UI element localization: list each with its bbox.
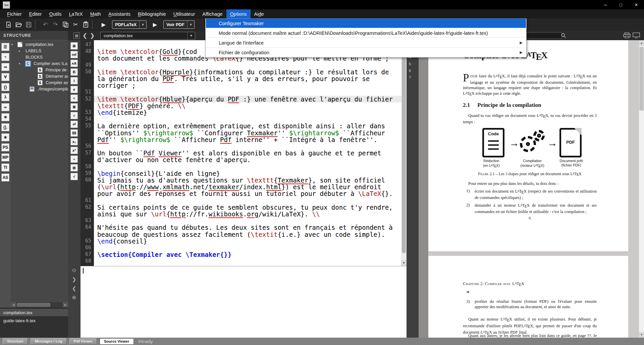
relations-icon[interactable]: ÷ [1,53,9,61]
menu-item-4[interactable]: Fichier de configuration▶ [206,48,526,57]
status-tab-structure[interactable]: Structure [3,338,28,345]
chevron-right-icon[interactable]: ❯ [70,276,78,283]
asymptote-icon[interactable]: AS [1,174,9,182]
menu-options[interactable]: Options [226,9,251,18]
menu-item-3[interactable]: Langue de l'interface▶ [206,38,526,48]
menu-bibliographie[interactable]: Bibliographie [134,9,170,18]
scroll-down-icon[interactable]: ▼ [639,332,644,338]
close-circle-icon[interactable]: ⊗ [70,294,78,301]
run-compile-button[interactable]: ▶ [99,20,109,29]
undo-button[interactable]: ↶ [40,20,50,29]
menu-assistants[interactable]: Assistants [105,9,134,18]
menu-latex[interactable]: LaTeX [65,9,86,18]
arrows-icon[interactable]: ⇒ [1,63,9,71]
infinity-icon[interactable]: ∞ [1,103,9,111]
tree-item-d-marrer-av[interactable]: SDémarrer av [11,73,68,80]
enumerate-icon[interactable]: ≣ [70,103,78,111]
status-tab-messages---log[interactable]: Messages / Log [31,338,67,345]
tree-item-compiler-ave[interactable]: SCompiler ave [11,80,68,86]
close-button[interactable]: ✕ [629,0,644,9]
math-mode-icon[interactable]: $$ [70,129,78,137]
tree-item-compiler-avec--la[interactable]: ▾CCompiler avec \La [11,61,68,67]
panel-splitter[interactable] [419,40,428,338]
insert-label-icon[interactable]: ⊞ [70,42,78,50]
view-select[interactable]: Voir PDF▼ [163,20,195,29]
delimiters-icon[interactable]: {} [1,83,9,91]
menu-utilisateur[interactable]: Utilisateur [170,9,199,18]
insert-ref-icon[interactable]: ref [70,51,78,58]
menu-aide[interactable]: Aide [251,9,268,18]
redo-button[interactable]: ↷ [50,20,60,29]
message-log-panel[interactable] [80,266,407,338]
tree-horizontal-scrollbar[interactable]: ◀ ▶ [11,302,68,307]
run-view-button[interactable]: ▶ [150,20,160,29]
menu-item-2[interactable]: Mode normal (document maître actuel :D:\… [206,28,526,38]
save-button[interactable] [23,20,34,29]
italic-icon[interactable]: i [70,77,78,84]
greek-icon[interactable]: λ [1,93,9,101]
scroll-down-icon[interactable]: ▼ [401,260,407,266]
structure-list-icon[interactable]: ☰ [1,43,9,51]
scrollbar-thumb[interactable] [639,47,644,111]
fraction-icon[interactable]: ÷ [70,155,78,163]
pdf-page-list[interactable]: 4567 [407,40,419,338]
menu-math[interactable]: Math [87,9,105,18]
misc-text-icon[interactable]: ✯ [1,133,9,141]
superscript-icon[interactable]: x² [70,147,78,154]
scroll-right-icon[interactable]: ▶ [63,302,68,307]
status-tab-source-viewer[interactable]: Source Viewer [100,338,134,345]
open-file-item[interactable]: guide-latex-fr.tex [0,317,68,324]
tree-item-labels[interactable]: ▸LABELS [11,48,68,54]
pdf-vertical-scrollbar[interactable]: ▲ ▼ [639,40,644,338]
emph-icon[interactable]: e [70,86,78,93]
back-button[interactable]: ❮ [82,31,88,40]
search-icon[interactable] [560,32,567,39]
forward-button[interactable]: ❯ [89,31,96,40]
document-selector[interactable]: compilation.tex ▼ [100,32,195,40]
tree-item-blocks[interactable]: BLOCKS [11,54,68,61]
sqrt-icon[interactable]: √ [70,173,78,180]
page-list-number[interactable]: 5 [409,62,411,66]
newline-icon[interactable]: ⏎ [70,121,78,128]
description-icon[interactable]: ≡ [70,112,78,119]
open-file-item[interactable]: compilation.tex [0,309,68,316]
chevron-left-icon[interactable]: ❮ [70,285,78,292]
menu-editer[interactable]: Editer [25,9,46,18]
menu-affichage[interactable]: Affichage [199,9,226,18]
tree-item-principe-de-la[interactable]: SPrincipe de la [11,67,68,73]
compile-select[interactable]: PDFLaTeX▼ [112,20,147,29]
cut-button[interactable]: ✂ [70,20,80,29]
page-list-number[interactable]: 7 [409,75,411,79]
font-size-icon[interactable]: ᴀA [70,60,78,67]
minimize-button[interactable]: ─ [598,0,613,9]
misc-symbols-icon[interactable]: ✳ [1,113,9,121]
brackets-icon[interactable]: (]. [1,123,9,131]
print-icon[interactable] [623,32,631,39]
bold-icon[interactable]: B [70,68,78,76]
scrollbar-thumb[interactable] [402,42,406,253]
maximize-button[interactable]: □ [613,0,629,9]
misc-math-icon[interactable]: ∀ [1,73,9,81]
pstricks-icon[interactable]: PS [1,143,9,151]
tree-item---images-compilat[interactable]: ./Images/compilat [11,86,68,92]
itemize-icon[interactable]: ≡ [70,94,78,102]
scroll-left-icon[interactable]: ◀ [11,302,16,307]
editor-code[interactable]: \item \textcolor{Gold}{codton document e… [94,40,401,266]
external-viewer-icon[interactable] [633,32,640,39]
eye-icon[interactable]: ⊙ [70,267,78,274]
open-file-button[interactable] [13,20,23,29]
status-tab-pdf-viewer[interactable]: Pdf Viewer [69,338,97,345]
view-mode-icon[interactable]: ▦ [73,32,80,39]
tikz-icon[interactable]: TI [1,163,9,171]
page-list-number[interactable]: 6 [409,69,411,73]
menu-item-1[interactable]: Configurer Texmaker [206,19,526,28]
scrollbar-thumb[interactable] [17,303,50,307]
subscript-icon[interactable]: x₁ [70,138,78,145]
menu-fichier[interactable]: Fichier [3,9,25,18]
menu-outils[interactable]: Outils [45,9,65,18]
metapost-icon[interactable]: MP [1,153,9,161]
tree-item-compilation-tex[interactable]: ▾compilation.tex [11,42,68,48]
matrix-icon[interactable]: ⊞ [70,164,78,171]
editor-vertical-scrollbar[interactable]: ▼ [401,40,407,266]
scroll-up-icon[interactable]: ▲ [639,40,644,46]
